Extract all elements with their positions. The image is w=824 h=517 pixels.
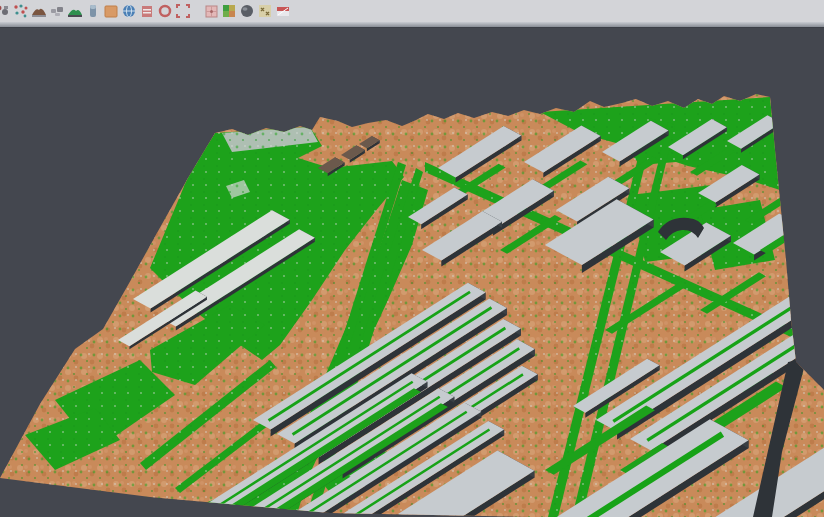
sphere-icon[interactable] bbox=[239, 3, 255, 19]
points-icon[interactable] bbox=[0, 3, 11, 19]
ring-icon[interactable] bbox=[157, 3, 173, 19]
toolbar-bevel bbox=[0, 22, 824, 28]
terrain-green-icon[interactable] bbox=[67, 3, 83, 19]
scatter-points-icon[interactable] bbox=[13, 3, 29, 19]
column-icon[interactable] bbox=[85, 3, 101, 19]
classification-map-icon[interactable] bbox=[221, 3, 237, 19]
application-window bbox=[0, 0, 824, 517]
flag-stripe-icon[interactable] bbox=[275, 3, 291, 19]
mesh-fragments-icon[interactable] bbox=[49, 3, 65, 19]
viewport-3d[interactable] bbox=[0, 0, 824, 517]
globe-icon[interactable] bbox=[121, 3, 137, 19]
toolbar bbox=[0, 0, 824, 22]
terrain-brown-icon[interactable] bbox=[31, 3, 47, 19]
ortho-tile-icon[interactable] bbox=[103, 3, 119, 19]
layers-red-icon[interactable] bbox=[139, 3, 155, 19]
raster-grid-icon[interactable] bbox=[203, 3, 219, 19]
scene-root bbox=[0, 27, 824, 517]
selection-brackets-icon[interactable] bbox=[175, 3, 191, 19]
clear-x-icon[interactable] bbox=[257, 3, 273, 19]
point-cloud-scene[interactable] bbox=[0, 0, 824, 517]
